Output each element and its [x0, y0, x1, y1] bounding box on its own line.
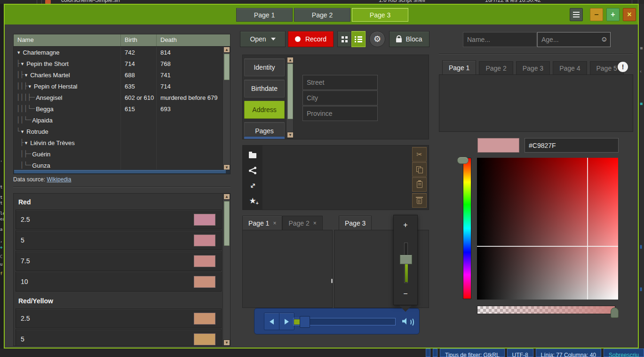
cut-button[interactable]: ✂	[412, 147, 427, 162]
fullscreen-icon[interactable]: ↔	[247, 180, 258, 191]
titlebar[interactable]: Page 1Page 2Page 3 – + ×	[5, 5, 638, 24]
smiley-icon[interactable]: ☺	[601, 35, 608, 43]
volume-button[interactable]	[402, 317, 413, 325]
list-view-button[interactable]	[351, 31, 366, 47]
tab-page-2[interactable]: Page 2×	[282, 216, 322, 230]
hex-color-field[interactable]	[525, 138, 619, 153]
lock-button[interactable]: Bloca	[389, 31, 429, 47]
province-field[interactable]	[302, 106, 378, 121]
close-button[interactable]: ×	[623, 8, 636, 21]
grid-view-button[interactable]	[337, 31, 351, 47]
alpha-slider-handle[interactable]	[611, 308, 619, 318]
settings-button[interactable]: ⚙	[369, 31, 385, 47]
open-folder-icon[interactable]	[247, 150, 258, 161]
tab-page-1[interactable]: Page 1	[442, 60, 476, 74]
table-row[interactable]: └▾Rotrude	[14, 126, 223, 137]
tree-horizontal-scrollbar[interactable]	[14, 170, 230, 174]
volume-decrease-button[interactable]: −	[394, 290, 417, 298]
open-button[interactable]: Open	[240, 31, 286, 47]
tab-page-1[interactable]: Page 1×	[242, 216, 282, 230]
color-list-row[interactable]: 10	[16, 272, 222, 292]
column-header-death[interactable]: Death	[157, 34, 223, 46]
copy-button[interactable]	[412, 162, 427, 177]
table-row[interactable]: │││└─Begga615693	[14, 103, 223, 114]
form-scrollbar-thumb[interactable]	[287, 64, 293, 119]
titlebar-tab[interactable]: Page 2	[294, 8, 350, 22]
table-row[interactable]: │├▾Charles Martel688741	[14, 69, 223, 81]
warning-badge-icon[interactable]: !	[618, 62, 628, 72]
street-field[interactable]	[302, 75, 378, 90]
table-row[interactable]: │││├─Ansegisel602 or 610murdered before …	[14, 92, 223, 103]
delete-button[interactable]	[412, 193, 427, 208]
city-field[interactable]	[302, 90, 378, 105]
hue-slider[interactable]	[463, 158, 471, 299]
column-header-birth[interactable]: Birth	[121, 34, 157, 46]
volume-increase-button[interactable]: +	[394, 221, 417, 229]
paste-button[interactable]	[412, 177, 427, 192]
scroll-up-icon[interactable]: ▲	[223, 194, 230, 200]
titlebar-tab[interactable]: Page 1	[236, 8, 293, 22]
sidebar-item-birthdate[interactable]: Birthdate	[244, 80, 285, 97]
color-list-row[interactable]: 5	[16, 230, 222, 250]
table-row[interactable]: ├▾Pepin the Short714768	[14, 58, 223, 69]
seek-slider-handle[interactable]	[300, 316, 310, 328]
sidebar-item-address[interactable]: Address	[244, 101, 285, 119]
scroll-up-icon[interactable]: ▲	[223, 47, 230, 53]
scroll-down-icon[interactable]: ▼	[287, 132, 294, 138]
statusbar-segment: Sobreescriu	[604, 349, 644, 357]
alpha-slider[interactable]	[477, 306, 615, 314]
hue-slider-handle[interactable]	[457, 157, 469, 164]
color-list-row[interactable]: 2.5	[16, 210, 222, 229]
table-row[interactable]: │├─Guérin	[14, 148, 223, 160]
tree-hscrollbar-thumb[interactable]	[14, 170, 226, 173]
close-tab-icon[interactable]: ×	[273, 220, 276, 227]
form-sidebar-scrollbar[interactable]: ▲ ▼	[286, 57, 294, 138]
table-row[interactable]: │└─Gunza	[14, 160, 223, 170]
age-field[interactable]	[537, 32, 611, 47]
star-new-icon[interactable]: ★+	[247, 195, 258, 206]
maximize-button[interactable]: +	[606, 8, 620, 21]
expander-icon[interactable]: ▾	[25, 72, 28, 78]
expander-icon[interactable]: ▾	[21, 129, 24, 135]
expander-icon[interactable]: ▾	[28, 83, 31, 89]
expander-icon[interactable]: ▾	[21, 61, 24, 67]
previous-button[interactable]	[264, 313, 279, 330]
expander-icon[interactable]: ▾	[25, 140, 28, 146]
paned-resize-handle[interactable]	[331, 279, 333, 283]
tab-page-3[interactable]: Page 3	[339, 216, 372, 230]
tab-page-4[interactable]: Page 4	[553, 61, 587, 74]
table-row[interactable]: ││├▾Pepin of Herstal635714	[14, 81, 223, 92]
titlebar-tab[interactable]: Page 3	[352, 8, 408, 22]
tree-name-cell: ├▾Pepin the Short	[14, 58, 121, 69]
saturation-value-plane[interactable]	[477, 158, 618, 300]
table-row[interactable]: ├▾Liévin de Trèves	[14, 137, 223, 148]
tree-scrollbar-thumb[interactable]	[224, 54, 230, 80]
right-notebook-body	[439, 74, 633, 132]
list-scrollbar-thumb[interactable]	[224, 201, 230, 246]
wikipedia-link[interactable]: Wikipedia	[47, 176, 71, 183]
volume-slider-handle[interactable]	[400, 255, 412, 264]
sidebar-item-pages[interactable]: Pages	[244, 122, 285, 136]
next-button[interactable]	[279, 313, 294, 330]
color-list-row[interactable]: 5	[16, 329, 222, 346]
minimize-button[interactable]: –	[590, 8, 603, 21]
tab-page-3[interactable]: Page 3	[516, 61, 550, 74]
column-header-name[interactable]: Name	[14, 34, 121, 46]
expander-icon[interactable]: ▾	[17, 49, 20, 56]
color-list-row[interactable]: 2.5	[16, 308, 222, 328]
color-swatch-button[interactable]	[477, 138, 519, 153]
share-icon[interactable]	[247, 165, 258, 176]
table-row[interactable]: ││└─Alpaida	[14, 114, 223, 126]
list-vertical-scrollbar[interactable]: ▲ ▼	[223, 194, 230, 346]
name-field[interactable]	[463, 32, 537, 47]
table-row[interactable]: ▾Charlemagne742814	[14, 47, 223, 58]
scroll-up-icon[interactable]: ▲	[287, 57, 294, 63]
record-button[interactable]: Record	[288, 31, 334, 47]
tab-page-2[interactable]: Page 2	[479, 61, 513, 74]
close-tab-icon[interactable]: ×	[313, 220, 317, 227]
color-list-row[interactable]: 7.5	[16, 251, 222, 271]
scroll-down-icon[interactable]: ▼	[223, 340, 230, 346]
window-menu-button[interactable]	[570, 8, 583, 21]
sidebar-item-identity[interactable]: Identity	[244, 58, 285, 76]
tree-vertical-scrollbar[interactable]: ▲ ▼	[223, 47, 230, 170]
